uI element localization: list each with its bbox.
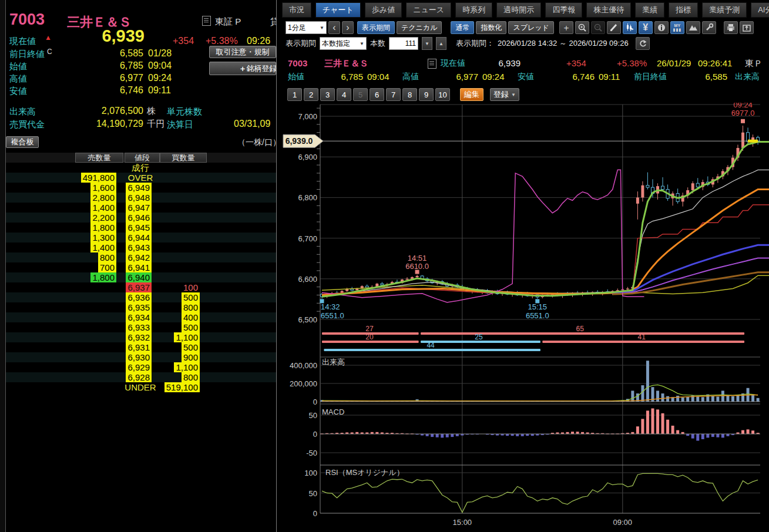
zoom-out-icon[interactable] bbox=[591, 21, 605, 34]
ask-row[interactable]: 1,3006,944 bbox=[6, 233, 276, 243]
display-period-button[interactable]: 表示期間 bbox=[357, 21, 395, 34]
tab-market[interactable]: 市況 bbox=[282, 2, 311, 18]
register-button[interactable]: 登録▼ bbox=[490, 88, 519, 101]
clipped-label: 貸 bbox=[270, 16, 276, 28]
ask-row[interactable]: 2,2006,946 bbox=[6, 213, 276, 223]
chart-preset-5[interactable]: 5 bbox=[353, 88, 368, 101]
zoom-in-icon[interactable] bbox=[575, 21, 589, 34]
my-chart-icon[interactable]: MY▮▮▮ bbox=[670, 21, 684, 34]
prev-close-flag: C bbox=[47, 48, 52, 56]
bid-row[interactable]: 6,9291,100 bbox=[6, 362, 276, 372]
bid-row[interactable]: 6,935800 bbox=[6, 302, 276, 312]
count-increase-button[interactable]: ▲ bbox=[436, 37, 446, 50]
bid-row[interactable]: 6,930900 bbox=[6, 352, 276, 362]
export-window-icon[interactable] bbox=[740, 21, 754, 34]
book-col-header: 買数量 bbox=[160, 153, 207, 163]
candle-body bbox=[696, 183, 699, 187]
volume-bar bbox=[711, 396, 714, 402]
bar-count-input[interactable]: 111 bbox=[389, 37, 418, 50]
board-document-icon[interactable] bbox=[202, 16, 211, 26]
candle-body bbox=[406, 279, 409, 280]
composite-board-button[interactable]: 複合板 bbox=[6, 136, 39, 148]
crosshair-plus-icon[interactable]: ＋ bbox=[559, 21, 573, 34]
tab-shikiho[interactable]: 四季報 bbox=[545, 2, 582, 18]
reset-range-icon[interactable] bbox=[636, 37, 650, 50]
chart-preset-7[interactable]: 7 bbox=[386, 88, 401, 101]
high-label: 高値 bbox=[402, 72, 419, 82]
normal-mode-button[interactable]: 通常 bbox=[451, 21, 474, 34]
trade-caution-button[interactable]: 取引注意・規制 bbox=[209, 46, 276, 58]
tab-forecast[interactable]: 業績予測 bbox=[702, 2, 747, 18]
bid-row[interactable]: 6,931500 bbox=[6, 342, 276, 352]
edit-button[interactable]: 編集 bbox=[460, 88, 483, 101]
y-axis-tick: 6,600 bbox=[298, 275, 317, 284]
interval-select[interactable]: 1分足▼ bbox=[286, 21, 327, 34]
bid-row[interactable]: 6,928800 bbox=[6, 372, 276, 382]
current-price-tag-label: 6,939.0 bbox=[286, 136, 313, 146]
macd-bar bbox=[721, 434, 724, 437]
chart-preset-2[interactable]: 2 bbox=[304, 88, 318, 101]
book-cell: 100 bbox=[182, 282, 200, 292]
period-mode-select[interactable]: 本数指定▼ bbox=[320, 37, 367, 50]
pencil-icon[interactable] bbox=[607, 21, 621, 34]
chart-preset-8[interactable]: 8 bbox=[402, 88, 417, 101]
market-order-row[interactable]: 成行 bbox=[6, 163, 276, 173]
spread-mode-button[interactable]: スプレッド bbox=[508, 21, 553, 34]
tab-indicators[interactable]: 指標 bbox=[669, 2, 698, 18]
info-icon[interactable] bbox=[654, 21, 669, 34]
ask-row[interactable]: 2,8006,948 bbox=[6, 193, 276, 203]
tab-ticks[interactable]: 歩み値 bbox=[365, 2, 402, 18]
candle-body bbox=[626, 288, 629, 289]
candle-cursor-icon[interactable] bbox=[623, 21, 637, 34]
technical-button[interactable]: テクニカル bbox=[397, 21, 442, 34]
bid-row[interactable]: 6,934400 bbox=[6, 312, 276, 322]
bid-row[interactable]: 6,936500 bbox=[6, 292, 276, 302]
extreme-marker bbox=[741, 119, 745, 123]
last-trade-row[interactable]: 6,937100 bbox=[6, 282, 276, 292]
prev-close-label: 前日終値 bbox=[634, 72, 667, 82]
print-icon[interactable] bbox=[724, 21, 738, 34]
ask-row[interactable]: 8006,942 bbox=[6, 252, 276, 262]
chart-preset-1[interactable]: 1 bbox=[287, 88, 302, 101]
under-row[interactable]: UNDER519,100 bbox=[6, 382, 276, 392]
macd-bar bbox=[696, 434, 699, 441]
add-watchlist-button[interactable]: ＋ 銘柄登録 bbox=[209, 62, 276, 75]
over-row[interactable]: 491,800OVER bbox=[6, 173, 276, 183]
ask-row[interactable]: 1,4006,947 bbox=[6, 203, 276, 213]
book-cell: 491,800 bbox=[81, 173, 116, 183]
prev-button[interactable]: ‹ bbox=[328, 21, 340, 34]
chart-preset-9[interactable]: 9 bbox=[419, 88, 434, 101]
count-decrease-button[interactable]: ▼ bbox=[422, 37, 432, 50]
book-cell: 6,934 bbox=[126, 312, 152, 322]
bid-row[interactable]: 6,933500 bbox=[6, 322, 276, 332]
ask-row[interactable]: 1,4006,943 bbox=[6, 243, 276, 252]
price-chart[interactable]: 7,0006,9006,8006,7006,6006,50015:0009:00… bbox=[281, 103, 769, 532]
indexed-mode-button[interactable]: 指数化 bbox=[476, 21, 506, 34]
macd-bar bbox=[661, 413, 664, 434]
tab-disclosure[interactable]: 適時開示 bbox=[496, 2, 541, 18]
chart-preset-3[interactable]: 3 bbox=[320, 88, 335, 101]
tab-results[interactable]: 業績 bbox=[635, 2, 664, 18]
book-cell: 6,936 bbox=[126, 292, 152, 302]
ask-row[interactable]: 7006,941 bbox=[6, 262, 276, 272]
tab-timeseries[interactable]: 時系列 bbox=[455, 2, 492, 18]
chart-preset-4[interactable]: 4 bbox=[337, 88, 351, 101]
bid-row[interactable]: 6,9321,100 bbox=[6, 332, 276, 342]
mountain-chart-icon[interactable] bbox=[686, 21, 700, 34]
chart-preset-6[interactable]: 6 bbox=[370, 88, 384, 101]
settings-wrench-icon[interactable] bbox=[702, 21, 716, 34]
macd-bar bbox=[711, 434, 714, 437]
yen-price-icon[interactable]: ¥ bbox=[639, 21, 653, 34]
board-document-icon[interactable] bbox=[428, 59, 436, 69]
low-label: 安値 bbox=[518, 72, 534, 82]
chart-preset-10[interactable]: 10 bbox=[435, 88, 450, 101]
tab-news[interactable]: ニュース bbox=[406, 2, 451, 18]
next-button[interactable]: › bbox=[342, 21, 354, 34]
ask-row[interactable]: 1,8006,945 bbox=[6, 223, 276, 233]
ask-row[interactable]: 1,6006,949 bbox=[6, 183, 276, 193]
tab-chart[interactable]: チャート bbox=[315, 2, 361, 18]
tab-ai[interactable]: AI分析 bbox=[751, 2, 769, 18]
best-ask-row[interactable]: 1,8006,940 bbox=[6, 272, 276, 282]
tab-benefits[interactable]: 株主優待 bbox=[586, 2, 631, 18]
candle-body bbox=[691, 183, 694, 190]
